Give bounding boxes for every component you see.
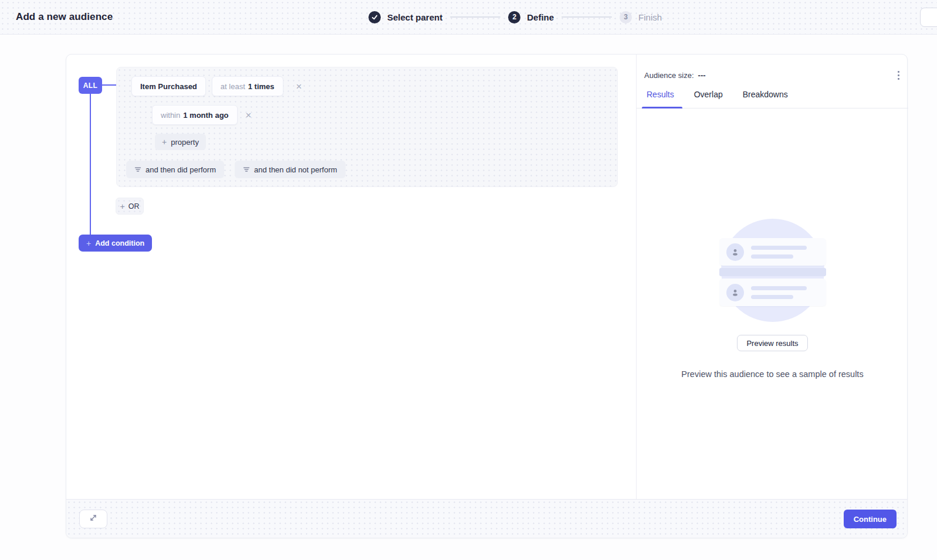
event-pill[interactable]: Item Purchased (131, 76, 206, 96)
condition-row-property: + property (155, 134, 206, 150)
condition-group: Item Purchased at least 1 times × within… (116, 67, 618, 187)
add-property-button[interactable]: + property (155, 134, 206, 150)
remove-condition-icon[interactable]: × (294, 80, 305, 93)
window-prefix: within (161, 111, 180, 120)
audience-size-label: Audience size: (644, 71, 694, 80)
time-window-pill[interactable]: within 1 month ago (152, 105, 238, 125)
tab-results[interactable]: Results (644, 89, 676, 108)
tab-breakdowns[interactable]: Breakdowns (740, 89, 790, 108)
plus-icon: + (86, 239, 91, 247)
stepper: Select parent 2 Define 3 Finish (368, 0, 662, 34)
step-label: Select parent (387, 12, 442, 22)
top-header: Add a new audience Select parent 2 Defin… (0, 0, 937, 35)
step-select-parent[interactable]: Select parent (368, 11, 442, 23)
illustration-band (719, 268, 826, 276)
connector-line-vertical (90, 94, 91, 235)
illustration-user-card (719, 279, 826, 306)
frequency-pill[interactable]: at least 1 times (212, 76, 283, 96)
step-complete-check-icon (368, 11, 381, 23)
add-or-button[interactable]: + OR (116, 198, 144, 215)
add-condition-label: Add condition (95, 239, 144, 247)
add-condition-button[interactable]: + Add condition (79, 235, 152, 252)
expand-icon (89, 513, 98, 525)
frequency-prefix: at least (221, 82, 245, 91)
group-operator-badge[interactable]: ALL (79, 77, 102, 94)
preview-results-button[interactable]: Preview results (737, 335, 807, 351)
and-then-did-not-perform-button[interactable]: and then did not perform (235, 161, 346, 178)
and-then-did-perform-label: and then did perform (146, 165, 216, 174)
illustration-user-card (719, 238, 826, 266)
condition-row-sequence: and then did perform and then did not pe… (126, 161, 346, 178)
step-number: 3 (620, 11, 632, 23)
add-property-label: property (171, 138, 199, 147)
filter-icon (134, 166, 141, 173)
window-value: 1 month ago (183, 111, 228, 120)
frequency-value: 1 times (248, 82, 275, 91)
step-define[interactable]: 2 Define (508, 11, 554, 23)
step-number: 2 (508, 11, 520, 23)
step-label: Finish (638, 12, 662, 22)
tab-overlap[interactable]: Overlap (692, 89, 725, 108)
card-footer: Continue (66, 499, 907, 538)
person-icon (726, 284, 744, 301)
condition-row-event: Item Purchased at least 1 times × (131, 76, 305, 96)
preview-hint-text: Preview this audience to see a sample of… (637, 369, 908, 379)
audience-builder-card: ALL Item Purchased at least 1 times × wi… (66, 54, 908, 538)
illustration-text-lines (751, 246, 807, 259)
partial-corner-control[interactable] (920, 8, 937, 27)
step-connector (450, 16, 500, 18)
condition-row-window: within 1 month ago × (152, 105, 253, 125)
step-finish: 3 Finish (620, 11, 662, 23)
and-then-did-perform-button[interactable]: and then did perform (126, 161, 224, 178)
person-icon (726, 243, 744, 261)
results-panel-header: Audience size: --- (644, 69, 901, 82)
expand-button[interactable] (79, 510, 107, 528)
audience-size-value: --- (698, 71, 706, 80)
page-title: Add a new audience (16, 11, 113, 23)
or-label: OR (128, 202, 140, 211)
results-tabs: Results Overlap Breakdowns (637, 89, 908, 108)
event-name: Item Purchased (140, 82, 197, 91)
audience-preview-illustration (719, 219, 826, 322)
filter-icon (243, 166, 250, 173)
connector-line-horizontal (102, 84, 117, 86)
continue-button[interactable]: Continue (844, 510, 897, 528)
plus-icon: + (162, 138, 167, 146)
step-label: Define (527, 12, 554, 22)
kebab-menu-icon[interactable] (896, 69, 901, 82)
results-panel: Audience size: --- Results Overlap Break… (637, 55, 908, 500)
results-empty-state: Preview results Preview this audience to… (637, 108, 908, 379)
and-then-did-not-perform-label: and then did not perform (254, 165, 337, 174)
step-connector (561, 16, 612, 18)
illustration-text-lines (751, 286, 807, 299)
plus-icon: + (120, 202, 125, 211)
remove-window-icon[interactable]: × (243, 109, 254, 121)
